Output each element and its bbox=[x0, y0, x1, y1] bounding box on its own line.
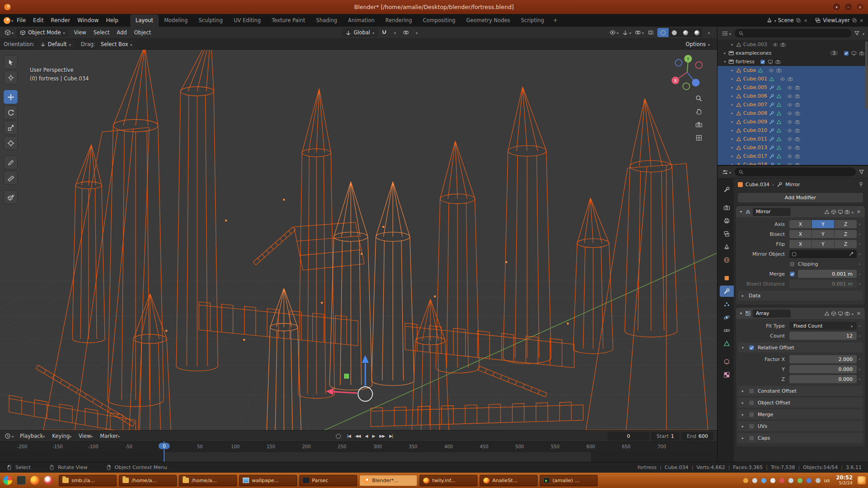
delete-modifier-button[interactable]: × bbox=[855, 209, 862, 215]
properties-search-input[interactable] bbox=[746, 169, 852, 175]
workspace-tab[interactable]: Layout bbox=[130, 14, 159, 27]
drag-dropdown[interactable]: Select Box bbox=[97, 40, 136, 49]
render-visibility-icon[interactable] bbox=[788, 76, 793, 82]
tray-icon[interactable] bbox=[816, 478, 821, 483]
subpanel-checkbox[interactable] bbox=[749, 400, 755, 406]
topbar-menu[interactable]: File bbox=[13, 17, 29, 23]
navigation-gizmo[interactable]: Y X bbox=[668, 53, 706, 91]
axis-y-button[interactable]: Y bbox=[812, 220, 834, 228]
eye-visibility-icon[interactable] bbox=[787, 128, 793, 133]
properties-tab[interactable] bbox=[720, 215, 734, 226]
properties-tab[interactable] bbox=[720, 299, 734, 310]
disclosure-triangle[interactable] bbox=[730, 111, 734, 115]
relative-offset-subpanel[interactable]: ▾ Relative Offset bbox=[738, 343, 863, 352]
properties-tab[interactable] bbox=[720, 286, 734, 297]
window-minimize-button[interactable]: – bbox=[844, 3, 853, 11]
outliner-filter-caret[interactable] bbox=[863, 30, 864, 37]
options-dropdown[interactable]: Options bbox=[682, 40, 713, 49]
taskbar-window-button[interactable]: /home/a... bbox=[119, 475, 177, 486]
bisect-x-button[interactable]: X bbox=[789, 230, 811, 238]
topbar-menu[interactable]: Render bbox=[47, 17, 74, 23]
camera-view-icon[interactable] bbox=[695, 121, 703, 128]
tray-icon[interactable] bbox=[788, 478, 793, 483]
outliner-row[interactable]: Cube.017 bbox=[717, 152, 868, 160]
window-shade-button[interactable]: ▾ bbox=[832, 3, 841, 11]
outliner-row[interactable]: Cube bbox=[717, 66, 868, 75]
outliner-row[interactable]: Cube.010 bbox=[717, 126, 868, 135]
snap-dropdown-caret[interactable] bbox=[391, 28, 400, 37]
zoom-icon[interactable] bbox=[695, 95, 703, 102]
viewport-visibility-icon[interactable] bbox=[768, 59, 773, 65]
outliner-row[interactable]: fortress bbox=[717, 57, 868, 66]
viewport-menu[interactable]: Object bbox=[131, 29, 155, 36]
timeline-ruler[interactable]: -200-150-100-500501001502002503003504004… bbox=[0, 441, 717, 452]
properties-tab[interactable] bbox=[720, 184, 734, 195]
disclosure-triangle[interactable] bbox=[730, 137, 734, 141]
object-visibility-icon[interactable] bbox=[609, 28, 619, 37]
taskbar-window-button[interactable]: smb://a... bbox=[59, 475, 117, 486]
unlink-scene-icon[interactable]: × bbox=[803, 18, 808, 23]
new-scene-icon[interactable] bbox=[796, 18, 801, 23]
flip-z-button[interactable]: Z bbox=[835, 240, 857, 248]
render-visibility-icon[interactable] bbox=[795, 111, 800, 116]
render-visibility-icon[interactable] bbox=[795, 94, 800, 99]
workspace-tab[interactable]: Modeling bbox=[159, 14, 193, 27]
properties-tab[interactable] bbox=[720, 369, 734, 380]
properties-tab[interactable] bbox=[720, 202, 734, 213]
tool-button[interactable] bbox=[4, 155, 18, 169]
tray-icon[interactable] bbox=[770, 478, 775, 483]
disclosure-triangle[interactable] bbox=[730, 42, 734, 47]
workspace-tab[interactable]: Scripting bbox=[515, 14, 549, 27]
keyboard-layout-indicator[interactable]: us bbox=[824, 478, 830, 483]
blender-menu-icon[interactable] bbox=[4, 17, 10, 24]
viewport-menu[interactable]: View bbox=[70, 29, 90, 36]
properties-tab[interactable] bbox=[720, 254, 734, 266]
tool-button[interactable] bbox=[4, 171, 18, 185]
toggle-ortho-icon[interactable] bbox=[695, 134, 703, 141]
viewport-menu[interactable]: Add bbox=[113, 29, 130, 36]
collapsed-subpanel[interactable]: ▸ Object Offset bbox=[738, 398, 863, 408]
viewport-menu[interactable]: Select bbox=[90, 29, 113, 36]
disclosure-triangle[interactable] bbox=[730, 103, 734, 107]
timeline-menu[interactable]: Keying bbox=[48, 433, 75, 439]
eye-visibility-icon[interactable] bbox=[787, 102, 793, 108]
launcher-icon[interactable] bbox=[29, 475, 40, 486]
playhead-frame-badge[interactable]: 0 bbox=[159, 443, 170, 449]
render-visibility-icon[interactable] bbox=[795, 85, 800, 90]
properties-filter-icon[interactable] bbox=[859, 169, 864, 175]
render-visibility-icon[interactable] bbox=[859, 51, 864, 56]
properties-tab[interactable] bbox=[720, 338, 734, 349]
add-workspace-button[interactable]: + bbox=[549, 14, 561, 27]
subpanel-checkbox[interactable] bbox=[749, 388, 755, 394]
eye-visibility-icon[interactable] bbox=[787, 111, 793, 116]
count-field[interactable]: 12 bbox=[789, 332, 857, 340]
taskbar-window-button[interactable]: (amalie) ... bbox=[540, 475, 598, 486]
workspace-tab[interactable]: Animation bbox=[343, 14, 380, 27]
proportional-dropdown-caret[interactable] bbox=[412, 28, 421, 37]
object-name[interactable]: Cube.005 bbox=[743, 84, 767, 90]
properties-tab[interactable] bbox=[720, 312, 734, 323]
disclosure-triangle[interactable] bbox=[730, 145, 734, 150]
snap-magnet-icon[interactable] bbox=[380, 28, 389, 37]
launcher-icon[interactable] bbox=[43, 475, 54, 486]
eyedropper-icon[interactable] bbox=[849, 251, 854, 257]
viewlayer-selector[interactable]: ViewLayer × bbox=[815, 17, 864, 23]
tool-button[interactable] bbox=[4, 70, 18, 84]
viewlayer-name[interactable]: ViewLayer bbox=[823, 17, 849, 23]
taskbar-window-button[interactable]: /home/a... bbox=[179, 475, 237, 486]
mirror-data-subpanel[interactable]: ▸Data bbox=[738, 291, 863, 300]
workspace-tab[interactable]: Shading bbox=[311, 14, 343, 27]
tool-button[interactable] bbox=[4, 136, 18, 150]
object-name[interactable]: Cube.007 bbox=[743, 102, 767, 108]
disclosure-triangle[interactable] bbox=[730, 154, 734, 158]
jump-start-button[interactable]: |◀ bbox=[344, 433, 353, 439]
taskbar-window-button[interactable]: twily.inf... bbox=[420, 475, 477, 486]
factor-field[interactable]: 2.000 bbox=[789, 355, 857, 363]
eye-visibility-icon[interactable] bbox=[787, 162, 793, 166]
eye-visibility-icon[interactable] bbox=[787, 119, 793, 125]
outliner-row[interactable]: Cube.008 bbox=[717, 109, 868, 117]
factor-field[interactable]: 0.000 bbox=[789, 375, 857, 383]
breadcrumb-modifier[interactable]: Mirror bbox=[785, 182, 800, 188]
tray-icon[interactable] bbox=[752, 478, 757, 483]
render-visibility-icon[interactable] bbox=[795, 128, 800, 133]
